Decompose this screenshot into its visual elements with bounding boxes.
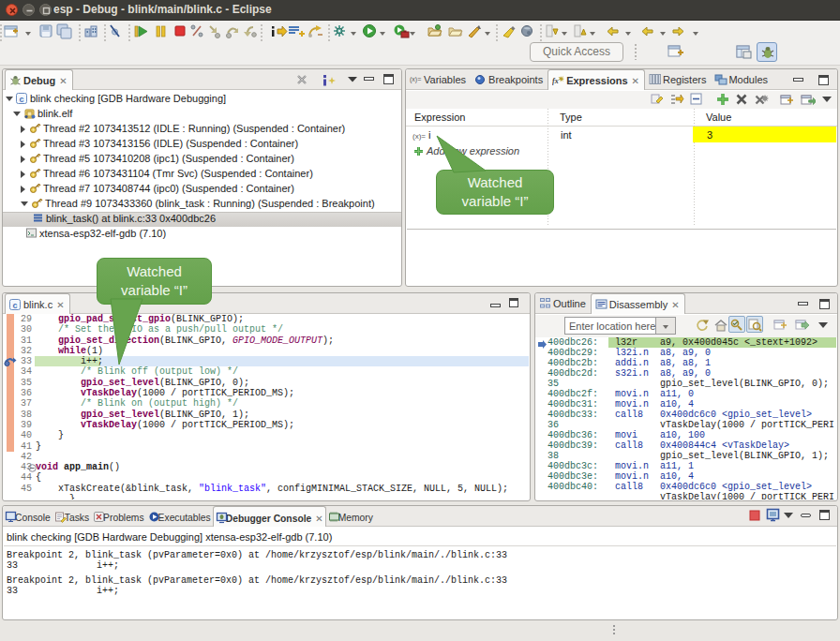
svg-text:fx: fx <box>552 77 559 85</box>
svg-text:c: c <box>13 301 18 310</box>
svg-text:(x)=: (x)= <box>410 76 421 83</box>
svg-text:c: c <box>20 95 24 104</box>
